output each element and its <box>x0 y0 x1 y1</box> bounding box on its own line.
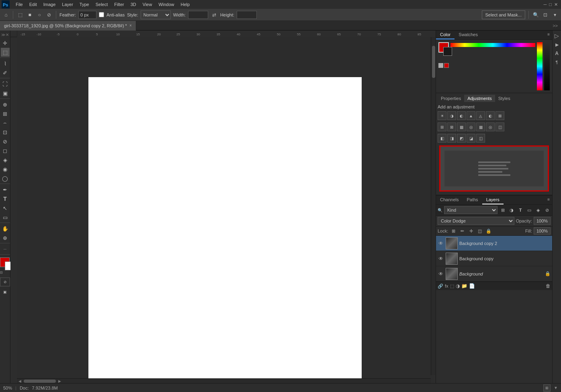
adj-levels[interactable]: ◑ <box>447 111 456 120</box>
screen-mode-btn[interactable]: ▣ <box>0 288 10 296</box>
adj-shadows[interactable]: ◩ <box>457 134 466 143</box>
default-colors-icon[interactable]: ⊡ <box>0 271 3 274</box>
toolbar-collapse-icon[interactable]: ≫ <box>1 33 5 37</box>
lasso-tool[interactable]: ⌇ <box>1 59 10 68</box>
selection-tool-square[interactable]: ■ <box>26 11 33 18</box>
lock-position-icon[interactable]: ✛ <box>467 227 475 235</box>
width-input[interactable] <box>188 11 208 19</box>
opacity-input[interactable] <box>534 217 551 225</box>
horizontal-scroll-thumb[interactable] <box>24 380 56 383</box>
eraser-tool[interactable]: ◻ <box>1 146 10 155</box>
tab-paths[interactable]: Paths <box>463 196 482 204</box>
style-select[interactable]: Normal Fixed Ratio Fixed Size <box>141 10 171 19</box>
gradient-tool[interactable]: ◈ <box>1 155 10 164</box>
tab-color[interactable]: Color <box>436 31 455 39</box>
frame-tool[interactable]: ▣ <box>1 89 10 98</box>
tab-styles[interactable]: Styles <box>495 95 514 102</box>
feather-input[interactable] <box>78 11 96 19</box>
close-btn[interactable]: ✕ <box>554 2 558 7</box>
select-and-mask-btn[interactable]: Select and Mask... <box>482 10 526 19</box>
restore-btn[interactable]: □ <box>549 2 552 7</box>
menu-window[interactable]: Window <box>156 1 177 8</box>
menu-edit[interactable]: Edit <box>27 1 40 8</box>
lock-artboards-icon[interactable]: ◫ <box>476 227 483 235</box>
adj-brightness[interactable]: ☀ <box>438 111 446 120</box>
more-options-icon[interactable]: ▾ <box>551 11 559 18</box>
zoom-fit-icon[interactable]: ⊞ <box>543 384 551 392</box>
add-link-icon[interactable]: 🔗 <box>438 284 443 289</box>
quick-mask-btn[interactable]: ⊘ <box>0 278 10 286</box>
ai-text-icon[interactable]: A <box>553 50 561 57</box>
scroll-left-btn[interactable]: ◀ <box>18 379 22 383</box>
paragraph-icon[interactable]: ¶ <box>553 59 561 66</box>
filter-type-icon[interactable]: T <box>517 206 524 214</box>
layer-row-bg[interactable]: 👁 Background 🔒 <box>436 266 552 282</box>
adj-color-lookup[interactable]: ◎ <box>467 122 475 131</box>
move-tool[interactable]: ✛ <box>1 39 10 47</box>
layer-row-bg2[interactable]: 👁 Background copy 2 <box>436 236 552 251</box>
horizontal-scrollbar[interactable]: ◀ ▶ <box>17 378 431 383</box>
panel-expand-icon[interactable]: ▷ <box>553 32 561 39</box>
lock-pixels-icon[interactable]: ⊞ <box>450 227 457 235</box>
delete-layer-icon[interactable]: 🗑 <box>546 283 551 289</box>
menu-3d[interactable]: 3D <box>128 1 139 8</box>
selection-refine-icon[interactable]: ⊘ <box>45 11 53 18</box>
scroll-down-btn[interactable]: ▼ <box>554 386 558 390</box>
search-icon[interactable]: 🔍 <box>532 11 539 18</box>
menu-layer[interactable]: Layer <box>59 1 76 8</box>
selection-tool[interactable]: ⬚ <box>1 48 10 57</box>
filter-smart-icon[interactable]: ◈ <box>534 206 542 214</box>
filter-toggle-icon[interactable]: ⊘ <box>543 206 551 214</box>
layer-row-bgcopy[interactable]: 👁 Background copy <box>436 251 552 266</box>
lock-paint-icon[interactable]: ✏ <box>459 227 466 235</box>
tab-properties[interactable]: Properties <box>438 95 464 102</box>
menu-file[interactable]: File <box>13 1 26 8</box>
menu-help[interactable]: Help <box>178 1 193 8</box>
adj-hue-sat[interactable]: ◐ <box>486 111 495 120</box>
adj-vibrance[interactable]: ◬ <box>476 111 485 120</box>
brush-tool[interactable]: ⌢ <box>1 118 10 127</box>
swap-wh-icon[interactable]: ⇄ <box>211 11 218 18</box>
text-tool[interactable]: T <box>1 194 10 203</box>
lock-all-icon[interactable]: 🔒 <box>485 227 492 235</box>
tab-close-btn[interactable]: × <box>129 23 132 28</box>
menu-select[interactable]: Select <box>93 1 111 8</box>
document-tab[interactable]: girl-3033718_1920.jpg @ 50% (Background … <box>0 21 136 31</box>
adj-threshold[interactable]: ◫ <box>495 122 504 131</box>
menu-filter[interactable]: Filter <box>111 1 127 8</box>
opacity-slider[interactable] <box>544 42 550 90</box>
minimize-btn[interactable]: ─ <box>544 2 547 7</box>
layer-visibility-bg[interactable]: 👁 <box>438 271 444 277</box>
adj-exposure[interactable]: ▲ <box>467 111 475 120</box>
stamp-tool[interactable]: ⊡ <box>1 128 10 137</box>
gamut-color-box[interactable] <box>444 63 449 68</box>
new-layer-icon[interactable]: 📄 <box>469 283 475 289</box>
menu-view[interactable]: View <box>140 1 155 8</box>
add-effects-icon[interactable]: fx <box>445 284 448 288</box>
magic-wand-tool[interactable]: ✐ <box>1 68 10 77</box>
eyedropper-tool[interactable]: ⊕ <box>1 100 10 109</box>
selection-tool-circle[interactable]: ○ <box>36 11 43 18</box>
blend-mode-select[interactable]: Normal Dissolve Darken Multiply Color Bu… <box>438 217 514 225</box>
filter-shape-icon[interactable]: ▭ <box>526 206 533 214</box>
adj-bw[interactable]: ⊞ <box>438 122 446 131</box>
adj-selective-color[interactable]: ◨ <box>447 134 456 143</box>
hand-tool[interactable]: ✋ <box>1 224 10 233</box>
color-panel-menu[interactable]: ≡ <box>545 31 552 39</box>
filter-pixel-icon[interactable]: ⊞ <box>499 206 506 214</box>
vertical-scrollbar[interactable] <box>431 37 436 375</box>
menu-type[interactable]: Type <box>77 1 92 8</box>
layer-visibility-bgcopy[interactable]: 👁 <box>438 255 444 262</box>
adj-invert[interactable]: ▦ <box>476 122 485 131</box>
add-mask-icon[interactable]: ⬚ <box>450 284 454 289</box>
adj-photo-filter[interactable]: ⊠ <box>447 122 456 131</box>
adj-hdr-toning[interactable]: ◪ <box>467 134 475 143</box>
add-adj-icon[interactable]: ◑ <box>456 283 460 289</box>
home-icon[interactable]: ⌂ <box>2 11 10 18</box>
blur-tool[interactable]: ◉ <box>1 165 10 174</box>
selection-tool-icon[interactable]: ⬚ <box>16 11 24 18</box>
adj-posterize[interactable]: ◎ <box>486 122 495 131</box>
bg-color-swatch[interactable] <box>443 47 452 56</box>
color-hue-slider[interactable] <box>537 42 543 90</box>
hue-spectrum[interactable] <box>450 43 535 47</box>
